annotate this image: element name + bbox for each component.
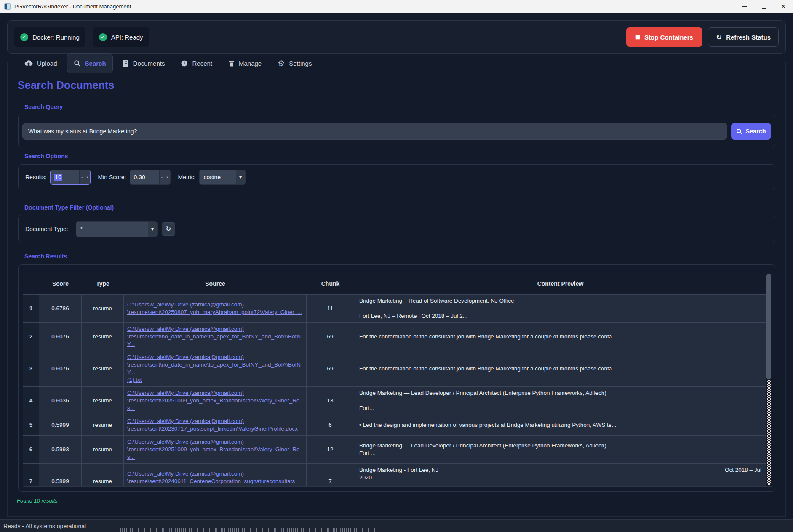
table-row[interactable]: 10.6786resumeC:\Users\v_ale\My Drive (za… <box>23 295 766 323</box>
doc-type-combobox[interactable]: * ▼ <box>76 221 158 237</box>
search-button-label: Search <box>745 128 766 135</box>
preview-line: • Led the design and implementation of v… <box>359 421 761 429</box>
type-cell: resume <box>82 415 124 435</box>
maximize-button[interactable] <box>754 0 774 13</box>
source-link[interactable]: C:\Users\v_ale\My Drive (zarnica@gmail.c… <box>127 354 303 361</box>
preview-line-text: Bridge Marketing - Fort Lee, NJ <box>359 466 438 474</box>
min-score-spin-up-button[interactable]: ▲ <box>159 170 165 184</box>
main-tabbar: UploadSearchDocumentsRecentManage⚙Settin… <box>7 53 786 73</box>
metric-label: Metric: <box>178 174 196 181</box>
tab-manage[interactable]: Manage <box>222 53 268 73</box>
row-number-cell: 7 <box>23 464 39 487</box>
documents-icon <box>123 60 129 67</box>
reload-doc-types-button[interactable]: ↻ <box>162 222 175 236</box>
refresh-status-label: Refresh Status <box>726 34 771 41</box>
score-cell: 0.5993 <box>39 436 82 463</box>
search-results-section-label: Search Results <box>24 253 67 260</box>
scrollbar-thumb[interactable] <box>766 274 771 379</box>
preview-line: Bridge Marketing - Fort Lee, NJOct 2018 … <box>359 466 761 474</box>
chunk-cell: 12 <box>307 436 354 463</box>
preview-line: Bridge Marketing — Lead Developer / Prin… <box>359 389 761 397</box>
tab-settings[interactable]: ⚙Settings <box>271 53 318 73</box>
tab-label: Documents <box>133 60 165 67</box>
source-link[interactable]: C:\Users\v_ale\My Drive (zarnica@gmail.c… <box>127 301 303 309</box>
source-link[interactable]: (1).txt <box>127 376 303 384</box>
app-icon <box>4 3 11 10</box>
close-button[interactable]: × <box>774 0 793 13</box>
close-icon: × <box>781 3 786 10</box>
refresh-icon: ↻ <box>166 225 171 233</box>
source-link[interactable]: C:\Users\v_ale\My Drive (zarnica@gmail.c… <box>127 438 303 446</box>
preview-cell: Bridge Marketing – Head of Software Deve… <box>354 295 766 322</box>
preview-cell: Bridge Marketing — Lead Developer / Prin… <box>354 387 766 415</box>
results-spinbox[interactable]: 10 ▲ ▼ <box>50 170 91 185</box>
tab-label: Settings <box>289 60 312 67</box>
type-cell: resume <box>82 323 124 351</box>
search-results-group: ScoreTypeSourceChunkContent Preview 10.6… <box>18 264 775 492</box>
table-row[interactable]: 40.6036resumeC:\Users\v_ale\My Drive (za… <box>23 387 766 415</box>
min-score-spin-down-button[interactable]: ▼ <box>165 170 170 184</box>
table-row[interactable]: 60.5993resumeC:\Users\v_ale\My Drive (za… <box>23 436 766 464</box>
preview-line: Fort... <box>359 404 761 412</box>
status-chip-1: ✓API: Ready <box>93 27 149 47</box>
table-row[interactable]: 50.5999resumeC:\Users\v_ale\My Drive (za… <box>23 415 766 436</box>
search-icon <box>74 60 81 67</box>
chunk-cell: 69 <box>307 351 354 386</box>
search-button[interactable]: Search <box>731 123 771 140</box>
refresh-status-button[interactable]: ↻ Refresh Status <box>708 27 779 47</box>
preview-line: For the conformation of the consultant j… <box>359 333 761 340</box>
window-title: PGVectorRAGIndexer - Document Management <box>14 3 131 10</box>
tab-documents[interactable]: Documents <box>116 53 171 73</box>
source-link[interactable]: \resume\sent\no_date_in_name\to_apex_for… <box>127 333 303 348</box>
doc-type-label: Document Type: <box>25 226 68 232</box>
source-link[interactable]: \resume\sent\20230717_postscript_linkedi… <box>127 425 303 433</box>
results-spin-up-button[interactable]: ▲ <box>79 170 85 184</box>
search-query-input[interactable] <box>22 123 727 140</box>
preview-cell: Bridge Marketing - Fort Lee, NJOct 2018 … <box>354 464 766 487</box>
source-link[interactable]: C:\Users\v_ale\My Drive (zarnica@gmail.c… <box>127 389 303 397</box>
min-score-spinbox[interactable]: 0.30 ▲ ▼ <box>130 170 171 185</box>
source-link[interactable]: \resume\sent\20240611_CenteneCorporation… <box>127 478 303 487</box>
stop-containers-button[interactable]: ■ Stop Containers <box>626 27 702 47</box>
row-number-cell: 5 <box>23 415 39 435</box>
scrollbar-track[interactable] <box>767 380 771 485</box>
preview-line: Fort Lee, NJ – Remote | Oct 2018 – Jul 2… <box>359 312 761 320</box>
doc-type-filter-group: Document Type: * ▼ ↻ <box>18 215 775 243</box>
table-scrollbar[interactable] <box>766 274 771 485</box>
status-bar-text: Ready - All systems operational <box>3 523 86 529</box>
table-row[interactable]: 30.6076resumeC:\Users\v_ale\My Drive (za… <box>23 351 766 387</box>
tab-search[interactable]: Search <box>67 53 113 73</box>
preview-line: 2020 <box>359 474 761 481</box>
tab-label: Search <box>85 60 106 67</box>
source-link[interactable]: C:\Users\v_ale\My Drive (zarnica@gmail.c… <box>127 470 303 478</box>
score-cell: 0.6076 <box>39 323 82 351</box>
app-window: ✓Docker: Running✓API: Ready ■ Stop Conta… <box>0 13 793 532</box>
tab-recent[interactable]: Recent <box>174 53 219 73</box>
tab-label: Manage <box>239 60 262 67</box>
metric-value: cosine <box>200 170 236 184</box>
min-score-value: 0.30 <box>134 174 145 181</box>
type-cell: resume <box>82 351 124 386</box>
system-status-panel: ✓Docker: Running✓API: Ready ■ Stop Conta… <box>7 20 786 54</box>
search-options-section-label: Search Options <box>24 153 68 160</box>
table-row[interactable]: 70.5899resumeC:\Users\v_ale\My Drive (za… <box>23 464 766 487</box>
search-icon <box>736 128 742 135</box>
source-link[interactable]: \resume\sent\20251009_yoh_amex_BrandonIs… <box>127 397 303 412</box>
type-cell: resume <box>82 464 124 487</box>
results-spin-down-button[interactable]: ▼ <box>85 170 90 184</box>
source-link[interactable]: C:\Users\v_ale\My Drive (zarnica@gmail.c… <box>127 325 303 333</box>
source-link[interactable]: \resume\sent\20251009_yoh_amex_BrandonIs… <box>127 446 303 461</box>
minimize-button[interactable] <box>735 0 754 13</box>
metric-combobox[interactable]: cosine ▼ <box>199 170 246 185</box>
table-row[interactable]: 20.6076resumeC:\Users\v_ale\My Drive (za… <box>23 323 766 351</box>
source-link[interactable]: \resume\sent\no_date_in_name\to_apex_for… <box>127 361 303 376</box>
spin-up-icon: ▲ <box>81 176 83 178</box>
status-bar: Ready - All systems operational <box>0 519 793 532</box>
source-link[interactable]: \resume\sent\20250807_yoh_maryAbraham_po… <box>127 309 303 316</box>
preview-right-text: Oct 2018 – Jul <box>725 466 761 474</box>
score-cell: 0.6786 <box>39 295 82 322</box>
source-link[interactable]: C:\Users\v_ale\My Drive (zarnica@gmail.c… <box>127 418 303 425</box>
gear-icon: ⚙ <box>278 59 285 67</box>
tab-upload[interactable]: Upload <box>18 53 64 73</box>
spin-down-icon: ▼ <box>87 176 88 178</box>
